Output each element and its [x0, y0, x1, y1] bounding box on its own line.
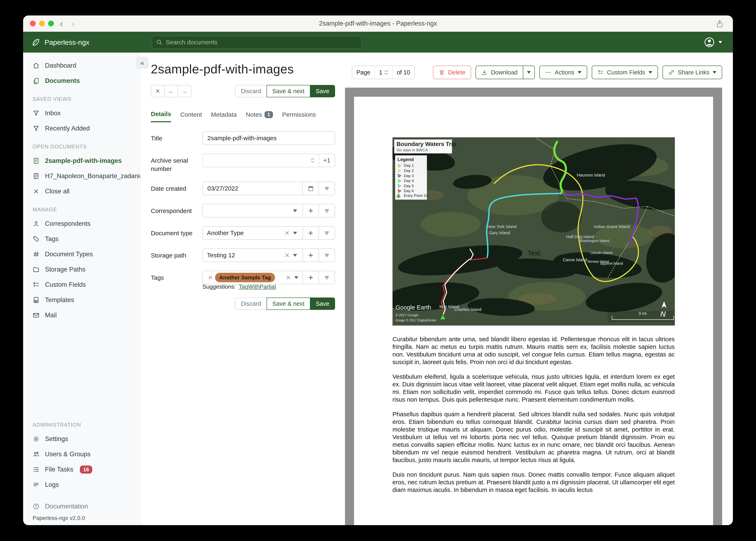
chevron-down-icon — [713, 71, 716, 74]
custom-fields-button[interactable]: Custom Fields — [592, 66, 658, 79]
add-document-type-button[interactable]: + — [302, 226, 319, 240]
date-filter-button[interactable] — [319, 182, 335, 195]
page-number-input[interactable]: 1 — [374, 66, 392, 79]
sidebar-item-close-all[interactable]: Close all — [23, 184, 140, 199]
asn-input[interactable] — [202, 154, 319, 167]
clear-icon[interactable]: ✕ — [282, 230, 292, 237]
delete-button[interactable]: Delete — [433, 66, 471, 79]
save-next-button[interactable]: Save & next — [267, 85, 310, 97]
title-input-value[interactable] — [207, 135, 331, 142]
sidebar-item-label: Recently Added — [45, 125, 90, 132]
save-next-button[interactable]: Save & next — [267, 297, 310, 310]
manage-header: MANAGE — [23, 199, 140, 216]
sidebar-item-label: Templates — [45, 296, 74, 304]
tab-notes[interactable]: Notes1 — [246, 111, 273, 122]
paragraph: Phasellus dapibus quam a hendrerit place… — [392, 410, 675, 464]
chevron-down-icon — [293, 254, 297, 257]
sidebar-item-documentation[interactable]: Documentation — [23, 500, 140, 513]
close-document-button[interactable]: ✕ — [151, 85, 165, 97]
map-label: Indian Grave Island — [594, 224, 630, 229]
sidebar-item-open-doc-1[interactable]: 2sample-pdf-with-images — [23, 153, 140, 169]
sidebar-item-label: Logs — [45, 481, 59, 488]
sidebar-item-templates[interactable]: Templates — [23, 292, 140, 307]
sidebar-item-document-types[interactable]: Document Types — [23, 247, 140, 262]
actions-button[interactable]: Actions — [539, 66, 587, 79]
clear-icon[interactable]: ✕ — [282, 252, 292, 259]
sidebar-item-custom-fields[interactable]: Custom Fields — [23, 277, 140, 292]
search-placeholder: Search documents — [166, 39, 217, 46]
tab-details[interactable]: Details — [151, 111, 171, 122]
asn-stepper[interactable] — [311, 158, 314, 163]
asn-plus-one-button[interactable]: +1 — [319, 154, 335, 167]
sidebar-item-correspondents[interactable]: Correspondents — [23, 216, 140, 231]
app-brand[interactable]: Paperless-ngx — [31, 38, 89, 47]
document-type-select[interactable]: Another Type ✕ — [202, 226, 303, 240]
download-options-button[interactable] — [523, 66, 535, 79]
main-content: Page 1 of 10 Delete Download — [140, 53, 733, 525]
search-input[interactable]: Search documents — [152, 36, 362, 49]
sidebar-item-label: Inbox — [45, 110, 61, 117]
calendar-button[interactable] — [302, 182, 319, 195]
tab-permissions[interactable]: Permissions — [282, 111, 316, 122]
save-button[interactable]: Save — [310, 297, 335, 310]
paragraph: Duis non tincidunt purus. Nam quis sapie… — [392, 471, 675, 494]
tab-metadata[interactable]: Metadata — [211, 111, 237, 122]
pdf-preview-pane[interactable]: Hausons Island Indian Grave Island Half … — [345, 88, 722, 525]
sidebar-item-open-doc-2[interactable]: H7_Napoleon_Bonaparte_zadanie — [23, 169, 140, 184]
storage-path-select[interactable]: Testing 12 ✕ — [202, 249, 303, 262]
tags-filter-button[interactable] — [319, 271, 335, 284]
sidebar-item-logs[interactable]: Logs — [23, 477, 140, 492]
title-label: Title — [151, 131, 202, 145]
suggestion-link[interactable]: TagWithPartial — [239, 283, 276, 290]
sidebar-item-inbox[interactable]: Inbox — [23, 106, 140, 121]
sidebar-item-users-groups[interactable]: Users & Groups — [23, 447, 140, 462]
correspondent-filter-button[interactable] — [319, 204, 335, 218]
remove-tag-icon[interactable]: ✕ — [206, 274, 215, 281]
title-input[interactable] — [202, 131, 335, 145]
sidebar-item-dashboard[interactable]: Dashboard — [23, 58, 140, 73]
document-type-filter-button[interactable] — [319, 226, 335, 240]
share-icon[interactable] — [716, 19, 724, 29]
sidebar-item-documents[interactable]: Documents — [23, 73, 140, 89]
add-storage-path-button[interactable]: + — [302, 249, 319, 262]
chevron-down-icon — [293, 210, 297, 212]
sidebar-item-recently-added[interactable]: Recently Added — [23, 121, 140, 136]
svg-text:Day 4: Day 4 — [404, 179, 414, 183]
app-version: Paperless-ngx v2.0.0 — [23, 513, 140, 521]
asn-input-value[interactable] — [207, 157, 311, 164]
map-label: Hausons Island — [577, 173, 605, 177]
tags-select[interactable]: ✕ Another Sample Tag ✕ — [202, 271, 303, 284]
add-correspondent-button[interactable]: + — [302, 204, 319, 218]
page-stepper[interactable] — [384, 70, 388, 75]
storage-path-filter-button[interactable] — [319, 249, 335, 262]
correspondent-select[interactable] — [202, 204, 303, 218]
map-label: Charlies Island — [454, 307, 481, 312]
sidebar-collapse-button[interactable]: « — [136, 57, 149, 68]
date-created-input[interactable] — [202, 182, 303, 195]
download-button[interactable]: Download — [476, 66, 523, 79]
chevron-down-icon — [527, 71, 531, 74]
save-button[interactable]: Save — [310, 85, 335, 97]
sidebar-item-settings[interactable]: Settings — [23, 431, 140, 447]
folder-icon — [33, 266, 40, 273]
discard-button[interactable]: Discard — [235, 297, 267, 310]
clear-icon[interactable]: ✕ — [284, 274, 293, 281]
previous-document-button[interactable]: ← — [164, 85, 178, 97]
sidebar-item-label: Dashboard — [45, 62, 76, 69]
sidebar-item-tags[interactable]: Tags — [23, 231, 140, 247]
tag-chip[interactable]: Another Sample Tag — [215, 273, 275, 282]
map-label: Half Dog Island — [566, 235, 594, 239]
paperless-leaf-icon — [31, 38, 40, 47]
tab-content[interactable]: Content — [180, 111, 202, 122]
next-document-button[interactable]: → — [178, 85, 191, 97]
sidebar-item-file-tasks[interactable]: File Tasks 16 — [23, 462, 140, 477]
sidebar-item-mail[interactable]: Mail — [23, 307, 140, 323]
add-tag-button[interactable]: + — [302, 271, 319, 284]
document-type-row: Document type Another Type ✕ + — [151, 226, 335, 240]
user-menu[interactable] — [704, 32, 722, 53]
discard-button[interactable]: Discard — [235, 85, 267, 97]
share-links-button[interactable]: Share Links — [663, 66, 722, 79]
sidebar-item-storage-paths[interactable]: Storage Paths — [23, 262, 140, 277]
date-input-value[interactable] — [207, 185, 298, 192]
open-documents-header: OPEN DOCUMENTS — [23, 136, 140, 153]
